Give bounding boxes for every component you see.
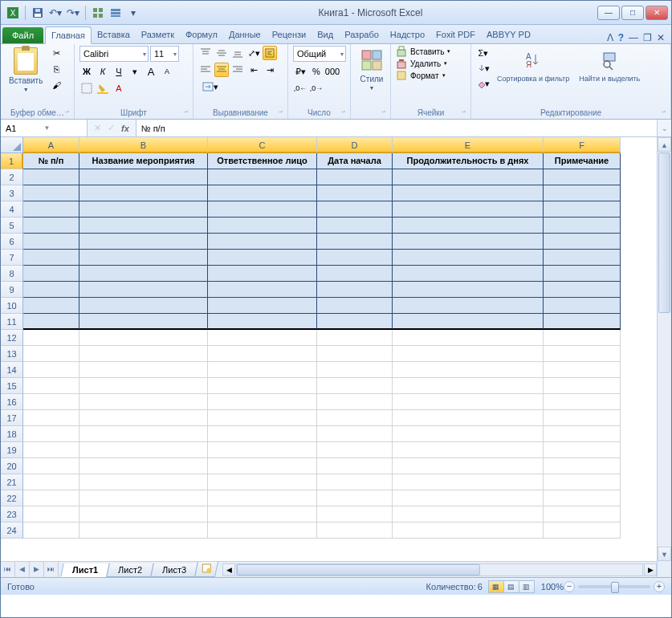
cell[interactable] — [79, 474, 208, 490]
row-header-2[interactable]: 2 — [1, 169, 23, 185]
zoom-in-button[interactable]: + — [654, 581, 665, 592]
qat-dropdown-icon[interactable]: ▾ — [126, 6, 141, 20]
row-header-20[interactable]: 20 — [1, 458, 23, 474]
cell[interactable] — [79, 410, 208, 426]
cell[interactable] — [393, 426, 544, 442]
cell[interactable] — [317, 410, 393, 426]
qat-icon-1[interactable] — [91, 6, 105, 20]
cell[interactable] — [208, 362, 317, 378]
cell[interactable] — [317, 250, 393, 266]
cell[interactable] — [79, 234, 208, 250]
scroll-up-icon[interactable]: ▲ — [658, 137, 671, 152]
row-header-22[interactable]: 22 — [1, 490, 23, 506]
cells-area[interactable]: № п/пНазвание мероприятияОтветственное л… — [23, 153, 657, 563]
increase-decimal-button[interactable]: ,0← — [293, 81, 307, 96]
cell[interactable] — [23, 185, 79, 201]
row-header-18[interactable]: 18 — [1, 426, 23, 442]
row-header-9[interactable]: 9 — [1, 282, 23, 298]
row-header-11[interactable]: 11 — [1, 314, 23, 330]
comma-button[interactable]: 000 — [325, 64, 340, 79]
file-tab[interactable]: Файл — [2, 27, 43, 43]
row-header-3[interactable]: 3 — [1, 185, 23, 201]
grow-font-button[interactable]: A — [144, 64, 158, 79]
cell[interactable] — [208, 298, 317, 314]
cell[interactable] — [79, 346, 208, 362]
cell[interactable] — [208, 282, 317, 298]
find-select-button[interactable]: Найти и выделить — [576, 46, 643, 84]
formula-input[interactable]: № п/п — [136, 120, 657, 136]
horizontal-scrollbar[interactable]: ◀ ▶ — [222, 562, 657, 577]
align-right-button[interactable] — [230, 63, 245, 77]
column-header-F[interactable]: F — [544, 137, 621, 153]
cell[interactable] — [79, 458, 208, 474]
row-header-19[interactable]: 19 — [1, 442, 23, 458]
cell[interactable] — [79, 201, 208, 218]
cell[interactable] — [544, 218, 621, 234]
cell[interactable] — [208, 330, 317, 346]
cell[interactable] — [208, 201, 317, 218]
cell[interactable] — [317, 234, 393, 250]
help-icon[interactable]: ? — [618, 32, 624, 43]
row-header-1[interactable]: 1 — [1, 153, 23, 169]
cell[interactable] — [393, 250, 544, 266]
qat-icon-2[interactable] — [108, 6, 123, 20]
cell[interactable] — [393, 169, 544, 185]
scroll-right-icon[interactable]: ▶ — [644, 563, 657, 576]
align-center-button[interactable] — [214, 63, 229, 77]
cell[interactable] — [544, 330, 621, 346]
cell[interactable] — [393, 410, 544, 426]
cell[interactable] — [317, 506, 393, 522]
redo-icon[interactable]: ↷▾ — [66, 6, 80, 20]
cell[interactable] — [23, 266, 79, 282]
accept-formula-icon[interactable]: ✓ — [108, 123, 115, 133]
cell[interactable] — [208, 506, 317, 522]
cell[interactable] — [23, 458, 79, 474]
sheet-last-icon[interactable]: ⏭ — [44, 562, 59, 577]
cell[interactable] — [544, 458, 621, 474]
cell[interactable] — [544, 442, 621, 458]
cell[interactable] — [23, 490, 79, 506]
cell[interactable] — [544, 362, 621, 378]
close-button[interactable]: ✕ — [646, 6, 668, 20]
column-header-A[interactable]: A — [23, 137, 79, 153]
decrease-decimal-button[interactable]: ,0→ — [309, 81, 324, 96]
cut-icon[interactable]: ✂ — [49, 46, 63, 60]
cell[interactable] — [544, 314, 621, 330]
cell[interactable] — [79, 378, 208, 394]
cell[interactable] — [23, 169, 79, 185]
cell[interactable] — [79, 426, 208, 442]
fill-color-button[interactable] — [96, 81, 110, 96]
cell[interactable] — [544, 298, 621, 314]
cell[interactable] — [317, 474, 393, 490]
cell[interactable] — [79, 282, 208, 298]
cell[interactable] — [23, 378, 79, 394]
row-header-14[interactable]: 14 — [1, 362, 23, 378]
cell[interactable] — [23, 394, 79, 410]
cell[interactable] — [208, 394, 317, 410]
tab-рецензи[interactable]: Рецензи — [267, 26, 312, 43]
cell[interactable] — [544, 266, 621, 282]
font-size-combo[interactable]: 11 — [150, 46, 179, 62]
cell[interactable] — [393, 266, 544, 282]
cell[interactable] — [544, 282, 621, 298]
cell[interactable] — [544, 169, 621, 185]
row-header-4[interactable]: 4 — [1, 201, 23, 218]
row-header-7[interactable]: 7 — [1, 250, 23, 266]
cell[interactable]: Ответственное лицо — [208, 153, 317, 169]
tab-разрабо[interactable]: Разрабо — [339, 26, 385, 43]
font-name-combo[interactable]: Calibri — [79, 46, 149, 62]
increase-indent-button[interactable]: ⇥ — [263, 63, 277, 77]
cell[interactable] — [23, 282, 79, 298]
cell[interactable] — [208, 378, 317, 394]
bold-button[interactable]: Ж — [79, 64, 94, 79]
excel-icon[interactable]: X — [6, 6, 20, 20]
shrink-font-button[interactable]: A — [160, 64, 174, 79]
cell[interactable]: Продолжительность в днях — [393, 153, 544, 169]
cell[interactable] — [544, 474, 621, 490]
sheet-tab-Лист2[interactable]: Лист2 — [106, 563, 154, 577]
wrap-text-button[interactable] — [263, 46, 277, 60]
cell[interactable] — [317, 201, 393, 218]
cell[interactable] — [208, 346, 317, 362]
cell[interactable] — [393, 378, 544, 394]
cell[interactable] — [208, 458, 317, 474]
